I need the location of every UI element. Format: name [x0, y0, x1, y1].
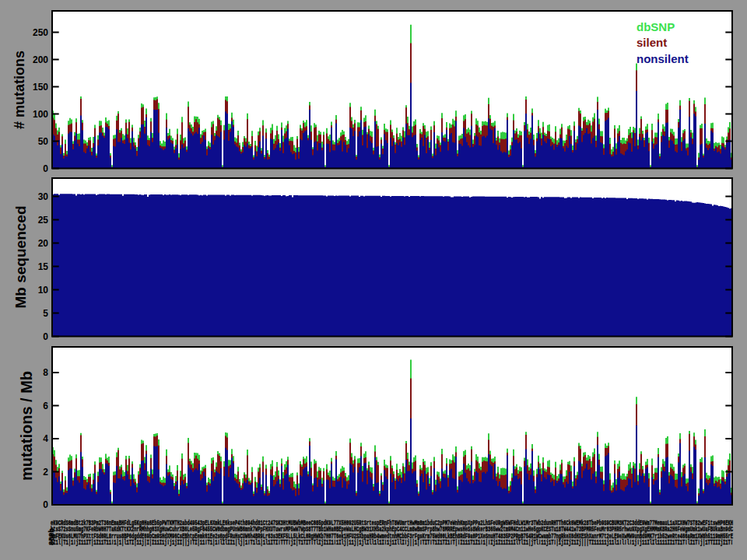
svg-text:mutations / Mb: mutations / Mb: [18, 371, 35, 481]
svg-text:0: 0: [43, 331, 48, 342]
svg-text:250: 250: [33, 27, 48, 38]
svg-text:4: 4: [43, 433, 48, 444]
svg-text:15: 15: [38, 261, 49, 272]
svg-text:20: 20: [38, 238, 49, 249]
svg-text:5: 5: [43, 308, 48, 319]
svg-text:2: 2: [43, 467, 48, 478]
svg-text:6: 6: [43, 401, 48, 411]
svg-text:25: 25: [38, 215, 49, 226]
svg-text:0: 0: [43, 163, 48, 174]
svg-text:200: 200: [33, 54, 48, 65]
svg-text:8B8b: 8B8b: [48, 528, 56, 545]
svg-text:8: 8: [43, 367, 48, 378]
svg-text:0: 0: [43, 499, 48, 510]
svg-text:100: 100: [33, 109, 48, 120]
svg-text:dbSNP: dbSNP: [637, 20, 675, 33]
svg-text:nonsilent: nonsilent: [637, 52, 689, 65]
svg-text:1I1l|T1|1!jI11IT|1I11T11!1|1|l: 1I1l|T1|1!jI11IT|1I11T11!1|1|l1TI|11j|I|…: [51, 538, 733, 547]
svg-text:silent: silent: [637, 36, 667, 49]
svg-text:30: 30: [38, 191, 49, 202]
svg-text:50: 50: [38, 136, 49, 147]
svg-text:# mutations: # mutations: [12, 51, 27, 129]
svg-text:Mb sequenced: Mb sequenced: [12, 206, 29, 309]
svg-text:150: 150: [33, 82, 48, 93]
svg-text:10: 10: [38, 285, 49, 296]
